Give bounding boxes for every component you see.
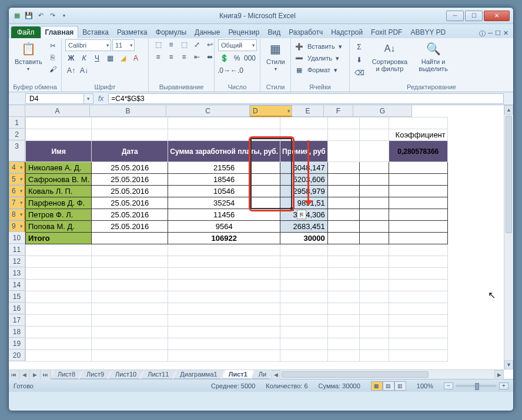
row-8[interactable]: 8 — [9, 209, 25, 220]
row-10[interactable]: 10 — [9, 232, 25, 244]
row-19[interactable]: 19 — [9, 338, 25, 350]
col-D[interactable]: D — [250, 105, 292, 117]
sheet-tab[interactable]: Ли — [252, 370, 273, 379]
border-button[interactable]: ▦ — [104, 53, 116, 63]
font-size-select[interactable]: 11 — [112, 39, 135, 51]
clear-icon[interactable]: ⌫ — [353, 68, 365, 78]
percent-icon[interactable]: % — [231, 53, 243, 63]
tab-formulas[interactable]: Формулы — [152, 26, 190, 38]
sheet-prev-icon[interactable]: ◀ — [19, 370, 30, 379]
row-13[interactable]: 13 — [9, 267, 25, 279]
row-20[interactable]: 20 — [9, 350, 25, 361]
row-14[interactable]: 14 — [9, 279, 25, 291]
bold-button[interactable]: Ж — [65, 53, 77, 63]
paste-button[interactable]: 📋 Вставить ▾ — [12, 39, 45, 73]
redo-icon[interactable]: ↷ — [48, 11, 57, 21]
col-C[interactable]: C — [166, 105, 250, 117]
zoom-out-button[interactable]: − — [444, 382, 453, 389]
align-center-icon[interactable]: ≡ — [165, 52, 177, 62]
hscroll-right-icon[interactable]: ▶ — [494, 370, 504, 379]
format-painter-icon[interactable]: 🖌 — [47, 64, 59, 75]
tab-foxit[interactable]: Foxit PDF — [367, 26, 406, 38]
select-all-corner[interactable] — [9, 105, 25, 117]
currency-icon[interactable]: 💲 — [218, 53, 230, 63]
delete-cells-button[interactable]: ➖Удалить ▾ — [295, 53, 339, 63]
sheet-tab[interactable]: Лист9 — [80, 370, 111, 379]
sheet-tab[interactable]: Диаграмма1 — [173, 370, 223, 379]
tab-data[interactable]: Данные — [190, 26, 224, 38]
col-A[interactable]: A — [25, 105, 90, 117]
tab-home[interactable]: Главная — [41, 26, 79, 38]
tab-view[interactable]: Вид — [263, 26, 285, 38]
align-right-icon[interactable]: ≡ — [178, 52, 190, 62]
copy-icon[interactable]: ⎘ — [47, 52, 59, 63]
tab-abbyy[interactable]: ABBYY PD — [406, 26, 450, 38]
scroll-thumb[interactable] — [506, 116, 512, 233]
find-select-button[interactable]: 🔍 Найти и выделить — [414, 39, 452, 73]
view-normal-icon[interactable]: ▦ — [371, 381, 383, 391]
view-break-icon[interactable]: ▥ — [394, 381, 406, 391]
dec-dec-icon[interactable]: ←.0 — [231, 65, 243, 76]
format-cells-button[interactable]: ▦Формат ▾ — [295, 65, 337, 75]
row-1[interactable]: 1 — [9, 117, 25, 129]
autosum-icon[interactable]: Σ — [353, 42, 365, 52]
fill-color-button[interactable]: ◢ — [117, 53, 129, 63]
sheet-last-icon[interactable]: ⏭ — [41, 370, 51, 379]
insert-cells-button[interactable]: ➕Вставить ▾ — [295, 42, 342, 51]
fill-handle[interactable] — [290, 207, 294, 211]
scroll-down-icon[interactable]: ▼ — [504, 360, 513, 369]
file-tab[interactable]: Файл — [11, 26, 41, 38]
row-9[interactable]: 9 — [9, 220, 25, 232]
wrap-icon[interactable]: ↩ — [204, 39, 216, 50]
tab-dev[interactable]: Разработч — [285, 26, 327, 38]
align-left-icon[interactable]: ≡ — [152, 52, 164, 62]
sheet-next-icon[interactable]: ▶ — [30, 370, 41, 379]
autofill-options-icon[interactable]: ⎘ — [297, 210, 306, 219]
inc-dec-icon[interactable]: .0→ — [218, 65, 230, 76]
row-15[interactable]: 15 — [9, 291, 25, 303]
align-top-icon[interactable]: ⬚ — [152, 39, 164, 50]
styles-button[interactable]: ▦ Стили ▾ — [264, 39, 287, 73]
cut-icon[interactable]: ✂ — [47, 41, 59, 51]
tab-addin[interactable]: Надстрой — [327, 26, 367, 38]
row-7[interactable]: 7 — [9, 197, 25, 209]
col-B[interactable]: B — [90, 105, 166, 117]
view-layout-icon[interactable]: ▤ — [383, 381, 394, 391]
sheet-tab[interactable]: Лист10 — [109, 370, 143, 379]
row-4[interactable]: 4 — [9, 162, 25, 173]
grow-font-icon[interactable]: A↑ — [65, 65, 77, 76]
align-bot-icon[interactable]: ⬚ — [178, 39, 190, 50]
sheet-tab[interactable]: Лист8 — [51, 370, 82, 379]
row-17[interactable]: 17 — [9, 314, 25, 326]
hscroll-thumb[interactable] — [282, 371, 429, 378]
comma-icon[interactable]: 000 — [244, 53, 256, 63]
align-mid-icon[interactable]: ≡ — [165, 39, 177, 50]
sheet-tab[interactable]: Лист1 — [222, 370, 254, 379]
shrink-font-icon[interactable]: A↓ — [78, 65, 90, 76]
col-F[interactable]: F — [324, 105, 353, 117]
underline-button[interactable]: Ч — [91, 53, 103, 63]
tab-layout[interactable]: Разметка — [113, 26, 152, 38]
formula-bar[interactable]: =C4*$G$3 — [108, 93, 504, 104]
tab-review[interactable]: Рецензир — [224, 26, 263, 38]
ribbon-win-min-icon[interactable]: ─ — [488, 29, 493, 38]
row-11[interactable]: 11 — [9, 244, 25, 256]
vertical-scrollbar[interactable]: ▲ ▼ — [504, 105, 513, 369]
sheet-tab[interactable]: Лист11 — [141, 370, 175, 379]
undo-icon[interactable]: ↶ — [36, 11, 45, 21]
fill-icon[interactable]: ⬇ — [353, 55, 365, 65]
row-5[interactable]: 5 — [9, 173, 25, 185]
hscroll-left-icon[interactable]: ◀ — [271, 370, 280, 379]
qat-dropdown-icon[interactable]: ▾ — [59, 11, 69, 21]
sheet-first-icon[interactable]: ⏮ — [9, 370, 19, 379]
row-12[interactable]: 12 — [9, 256, 25, 267]
orient-icon[interactable]: ⤢ — [191, 39, 203, 50]
row-2[interactable]: 2 — [9, 129, 25, 140]
ribbon-win-max-icon[interactable]: ☐ — [495, 29, 501, 38]
indent-dec-icon[interactable]: ⇤ — [191, 52, 203, 62]
scroll-up-icon[interactable]: ▲ — [504, 105, 513, 115]
tab-insert[interactable]: Вставка — [78, 26, 113, 38]
row-6[interactable]: 6 — [9, 185, 25, 197]
zoom-slider[interactable] — [456, 385, 497, 387]
merge-icon[interactable]: ⬌ — [204, 52, 216, 62]
